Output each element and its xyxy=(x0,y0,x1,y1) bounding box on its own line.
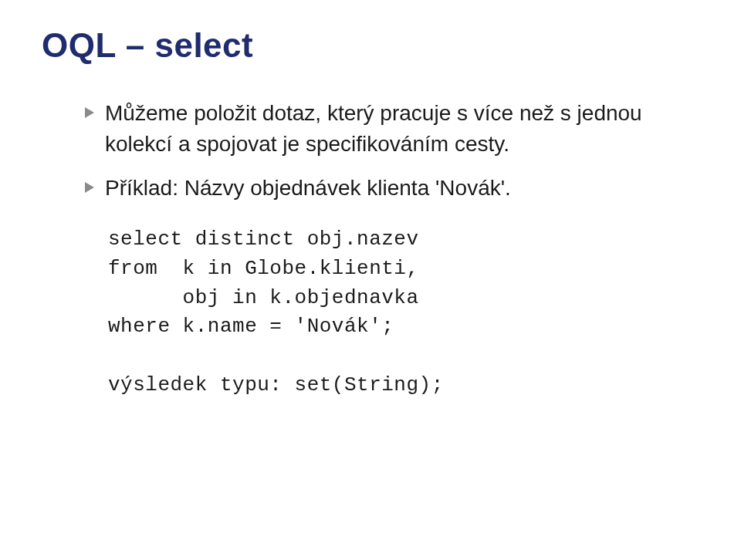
svg-marker-1 xyxy=(85,182,94,193)
bullet-item: Můžeme položit dotaz, který pracuje s ví… xyxy=(85,98,699,160)
slide-title: OQL – select xyxy=(42,26,699,66)
bullet-text: Příklad: Názvy objednávek klienta 'Novák… xyxy=(105,173,511,204)
bullet-item: Příklad: Názvy objednávek klienta 'Novák… xyxy=(85,173,699,204)
svg-marker-0 xyxy=(85,107,94,118)
slide: OQL – select Můžeme položit dotaz, který… xyxy=(0,0,741,560)
triangle-right-icon xyxy=(85,107,94,118)
bullet-text: Můžeme položit dotaz, který pracuje s ví… xyxy=(105,98,699,160)
code-block: select distinct obj.nazev from k in Glob… xyxy=(85,225,699,400)
triangle-right-icon xyxy=(85,182,94,193)
slide-content: Můžeme položit dotaz, který pracuje s ví… xyxy=(42,98,699,400)
